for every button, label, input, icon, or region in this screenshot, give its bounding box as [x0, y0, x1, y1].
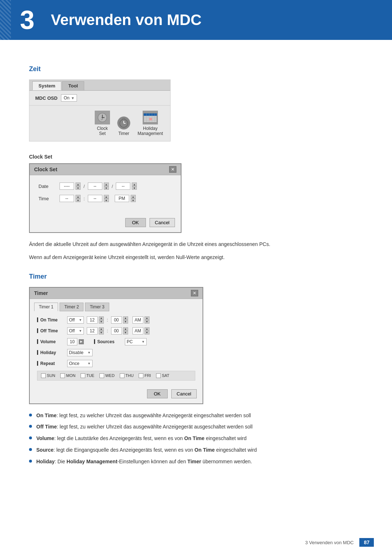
timer-icon-item[interactable]: Timer: [117, 116, 130, 136]
off-time-ampm-input[interactable]: AM: [132, 327, 143, 335]
sources-select[interactable]: PC ▼: [125, 338, 147, 345]
volume-control: 10 ▶: [67, 338, 84, 345]
date-month-down[interactable]: ▼: [104, 186, 109, 190]
bullet-volume-term: Volume: [36, 435, 54, 441]
volume-input[interactable]: 10: [67, 338, 77, 345]
day-sun[interactable]: SUN: [41, 373, 55, 378]
time-hour-input[interactable]: --: [60, 195, 74, 202]
time-hour-up[interactable]: ▲: [75, 195, 81, 198]
time-min-up[interactable]: ▲: [104, 195, 109, 198]
day-fri-checkbox[interactable]: [139, 373, 143, 378]
mdc-osd-value: On: [64, 95, 69, 100]
on-time-min-spinners: ▲ ▼: [123, 316, 128, 324]
volume-arrow-right[interactable]: ▶: [79, 339, 84, 344]
mdc-osd-dropdown-arrow: ▼: [71, 96, 74, 100]
time-ampm-input[interactable]: PM: [115, 195, 129, 202]
mdc-osd-select[interactable]: On ▼: [61, 94, 77, 102]
date-month-up[interactable]: ▲: [104, 182, 109, 186]
day-thu-checkbox[interactable]: [120, 373, 124, 378]
timer-ok-button[interactable]: OK: [147, 389, 168, 398]
on-time-hour-down[interactable]: ▼: [99, 320, 104, 324]
time-hour-spinners: ▲ ▼: [75, 195, 81, 202]
bullet-source-bold2: On Time: [195, 447, 215, 453]
time-row: Time -- ▲ ▼ : -- ▲ ▼ PM: [38, 195, 172, 202]
on-time-label: On Time: [37, 317, 64, 323]
day-sat[interactable]: SAT: [156, 373, 170, 378]
date-year-up[interactable]: ▲: [75, 182, 81, 186]
clock-set-ok-button[interactable]: OK: [125, 218, 146, 227]
day-tue[interactable]: TUE: [81, 373, 94, 378]
date-year-down[interactable]: ▼: [75, 186, 81, 190]
day-fri[interactable]: FRI: [139, 373, 151, 378]
chapter-number-box: 3: [11, 4, 44, 36]
on-time-sep: :: [107, 317, 108, 323]
holiday-select[interactable]: Disable ▼: [67, 349, 93, 356]
timer-tab-3[interactable]: Timer 3: [85, 303, 109, 311]
on-time-min-down[interactable]: ▼: [123, 320, 128, 324]
page-content: Zeit System Tool MDC OSD On ▼: [0, 40, 392, 495]
time-min-down[interactable]: ▼: [104, 198, 109, 202]
day-tue-checkbox[interactable]: [81, 373, 85, 378]
off-time-min-up[interactable]: ▲: [123, 327, 128, 331]
on-time-status-select[interactable]: Off ▼: [67, 316, 84, 324]
off-time-hour-up[interactable]: ▲: [99, 327, 104, 331]
sources-control: Sources PC ▼: [94, 338, 147, 345]
date-year-input[interactable]: ----: [60, 182, 74, 190]
svg-rect-16: [149, 118, 152, 120]
tab-system[interactable]: System: [32, 81, 61, 90]
repeat-bar: [37, 361, 38, 366]
day-thu[interactable]: THU: [120, 373, 134, 378]
off-time-hour-down[interactable]: ▼: [99, 331, 104, 335]
timer-label: Timer: [118, 131, 129, 136]
on-time-min-up[interactable]: ▲: [123, 316, 128, 320]
date-year-spinners: ▲ ▼: [75, 182, 81, 190]
holiday-icon: [143, 111, 158, 124]
time-spin-group-2: -- ▲ ▼: [88, 195, 109, 202]
timer-footer: OK Cancel: [30, 386, 203, 403]
off-time-hour-input[interactable]: 12: [87, 327, 98, 335]
clock-set-close-button[interactable]: ✕: [169, 166, 176, 173]
on-time-hour-input[interactable]: 12: [87, 316, 98, 324]
off-time-status-select[interactable]: Off ▼: [67, 327, 84, 335]
holiday-icon-item[interactable]: HolidayManagement: [138, 111, 163, 136]
on-time-status-arrow: ▼: [79, 318, 82, 322]
day-mon[interactable]: MON: [60, 373, 75, 378]
on-time-ampm-up[interactable]: ▲: [144, 316, 150, 320]
time-ampm-down[interactable]: ▼: [131, 198, 136, 202]
off-time-ampm-up[interactable]: ▲: [144, 327, 150, 331]
time-ampm-up[interactable]: ▲: [131, 195, 136, 198]
day-wed-checkbox[interactable]: [99, 373, 104, 378]
timer-tab-1[interactable]: Timer 1: [34, 303, 58, 311]
date-day-up[interactable]: ▲: [132, 182, 137, 186]
day-sun-checkbox[interactable]: [41, 373, 46, 378]
timer-tab-2[interactable]: Timer 2: [60, 303, 83, 311]
repeat-select[interactable]: Once ▼: [67, 360, 93, 367]
off-time-min-down[interactable]: ▼: [123, 331, 128, 335]
timer-cancel-button[interactable]: Cancel: [171, 389, 197, 398]
header-banner: 3 Verwenden von MDC: [0, 0, 392, 40]
clock-set-cancel-button[interactable]: Cancel: [150, 218, 175, 227]
time-min-input[interactable]: --: [88, 195, 102, 202]
off-time-ampm-down[interactable]: ▼: [144, 331, 150, 335]
date-day-down[interactable]: ▼: [132, 186, 137, 190]
timer-close-button[interactable]: ✕: [191, 290, 198, 296]
bullet-dot-5: [29, 460, 32, 463]
time-hour-down[interactable]: ▼: [75, 198, 81, 202]
off-time-min-input[interactable]: 00: [111, 327, 122, 335]
volume-label-wrap: Volume: [37, 339, 64, 344]
on-time-hour-up[interactable]: ▲: [99, 316, 104, 320]
tab-tool[interactable]: Tool: [62, 81, 84, 90]
date-day-input[interactable]: --: [116, 182, 130, 190]
bullet-on-time: On Time: legt fest, zu welcher Uhrzeit d…: [29, 411, 363, 420]
date-month-input[interactable]: --: [88, 182, 102, 190]
date-spin-group-2: -- ▲ ▼: [88, 182, 109, 190]
day-sat-checkbox[interactable]: [156, 373, 161, 378]
off-time-ampm-spinners: ▲ ▼: [144, 327, 150, 335]
on-time-ampm-down[interactable]: ▼: [144, 320, 150, 324]
day-mon-checkbox[interactable]: [60, 373, 65, 378]
time-ampm-spinners: ▲ ▼: [131, 195, 136, 202]
on-time-ampm-input[interactable]: AM: [132, 316, 143, 324]
on-time-min-input[interactable]: 00: [111, 316, 122, 324]
clock-set-icon-item[interactable]: ClockSet: [95, 111, 110, 136]
day-wed[interactable]: WED: [99, 373, 115, 378]
